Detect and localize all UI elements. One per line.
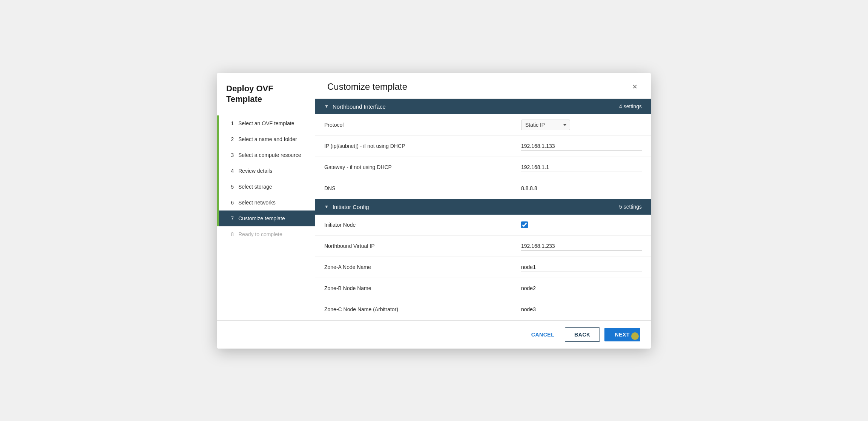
text-field[interactable] [521, 141, 642, 151]
section-header-northbound[interactable]: ▼ Northbound Interface 4 settings [315, 99, 651, 114]
form-value [521, 221, 642, 228]
deploy-ovf-modal: Deploy OVF Template 1 Select an OVF temp… [217, 73, 651, 349]
form-value [521, 241, 642, 251]
step-label: Select a name and folder [238, 136, 297, 142]
step-number: 5 [219, 184, 234, 190]
content-area[interactable]: ▼ Northbound Interface 4 settings Protoc… [315, 99, 651, 320]
form-row: Zone-B Node Name [315, 278, 651, 299]
form-label: Gateway - if not using DHCP [324, 164, 521, 170]
close-button[interactable]: × [631, 81, 639, 92]
form-value [521, 284, 642, 293]
sidebar-step-8: 8 Ready to complete [217, 226, 315, 242]
form-label: Protocol [324, 122, 521, 128]
step-number: 8 [219, 231, 234, 237]
form-label: Northbound Virtual IP [324, 243, 521, 249]
form-row: DNS [315, 178, 651, 199]
sidebar-step-2[interactable]: 2 Select a name and folder [217, 131, 315, 147]
form-row: Gateway - if not using DHCP [315, 157, 651, 178]
step-number: 3 [219, 152, 234, 158]
step-number: 1 [219, 120, 234, 126]
step-label: Select a compute resource [238, 152, 301, 158]
form-label: Zone-B Node Name [324, 285, 521, 291]
form-label: Zone-C Node Name (Arbitrator) [324, 306, 521, 312]
form-value: Static IPDHCP [521, 120, 642, 130]
section-header-initiator[interactable]: ▼ Initiator Config 5 settings [315, 199, 651, 215]
step-label: Select an OVF template [238, 120, 294, 126]
section-northbound: ▼ Northbound Interface 4 settings Protoc… [315, 99, 651, 199]
main-header: Customize template × [315, 73, 651, 99]
form-row: Northbound Virtual IP [315, 236, 651, 257]
step-label: Ready to complete [238, 231, 282, 237]
step-label: Select networks [238, 200, 276, 206]
chevron-down-icon: ▼ [324, 204, 329, 209]
text-field[interactable] [521, 305, 642, 314]
section-header-label: Initiator Config [333, 204, 369, 210]
text-field[interactable] [521, 263, 642, 272]
settings-count: 5 settings [619, 204, 642, 210]
sidebar-step-5[interactable]: 5 Select storage [217, 179, 315, 195]
form-label: IP (ip[/subnet]) - if not using DHCP [324, 143, 521, 149]
initiator-node-checkbox[interactable] [521, 221, 528, 228]
form-row: Zone-A Node Name [315, 257, 651, 278]
form-value [521, 305, 642, 314]
step-number: 2 [219, 136, 234, 142]
text-field[interactable] [521, 241, 642, 251]
form-label: DNS [324, 185, 521, 191]
sidebar: Deploy OVF Template 1 Select an OVF temp… [217, 73, 315, 320]
form-row: Zone-C Node Name (Arbitrator) [315, 299, 651, 320]
text-field[interactable] [521, 184, 642, 193]
step-number: 6 [219, 200, 234, 206]
cancel-button[interactable]: CANCEL [525, 328, 560, 341]
protocol-select[interactable]: Static IPDHCP [521, 120, 570, 130]
modal-body: Deploy OVF Template 1 Select an OVF temp… [217, 73, 651, 320]
sidebar-step-4[interactable]: 4 Review details [217, 163, 315, 179]
step-label: Customize template [238, 215, 285, 221]
sidebar-step-1[interactable]: 1 Select an OVF template [217, 115, 315, 131]
main-content-title: Customize template [327, 81, 407, 92]
modal-footer: CANCEL BACK NEXT [217, 320, 651, 349]
form-value [521, 263, 642, 272]
form-label: Initiator Node [324, 222, 521, 228]
sidebar-title: Deploy OVF Template [217, 83, 315, 115]
sidebar-steps: 1 Select an OVF template 2 Select a name… [217, 115, 315, 242]
chevron-down-icon: ▼ [324, 104, 329, 109]
back-button[interactable]: BACK [565, 327, 600, 342]
form-row: Initiator Node [315, 215, 651, 236]
section-initiator: ▼ Initiator Config 5 settings Initiator … [315, 199, 651, 320]
sidebar-step-3[interactable]: 3 Select a compute resource [217, 147, 315, 163]
settings-count: 4 settings [619, 103, 642, 109]
step-label: Review details [238, 168, 272, 174]
form-label: Zone-A Node Name [324, 264, 521, 270]
main-content: Customize template × ▼ Northbound Interf… [315, 73, 651, 320]
text-field[interactable] [521, 284, 642, 293]
section-header-label: Northbound Interface [333, 103, 386, 110]
sidebar-step-6[interactable]: 6 Select networks [217, 195, 315, 210]
text-field[interactable] [521, 163, 642, 172]
form-value [521, 141, 642, 151]
form-row: IP (ip[/subnet]) - if not using DHCP [315, 136, 651, 157]
step-number: 7 [219, 215, 234, 221]
form-value [521, 184, 642, 193]
step-number: 4 [219, 168, 234, 174]
form-value [521, 163, 642, 172]
form-row: ProtocolStatic IPDHCP [315, 114, 651, 136]
step-label: Select storage [238, 184, 272, 190]
sidebar-step-7[interactable]: 7 Customize template [217, 210, 315, 226]
next-button[interactable]: NEXT [604, 328, 640, 341]
